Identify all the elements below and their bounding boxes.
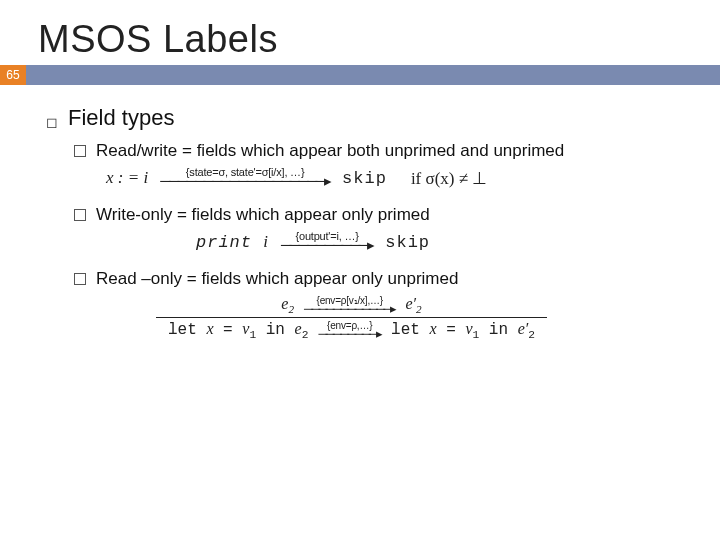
labeled-arrow-icon: {env=ρ[v₁/x],…} ────────────▸: [304, 296, 396, 315]
formula1-condition: if σ(x) ≠ ⊥: [411, 168, 487, 189]
formula2-lhs: print i: [196, 232, 269, 252]
arrow-line-icon: ────────▸: [318, 327, 381, 340]
divider-bar: 65: [0, 65, 720, 85]
slide-body: ◻ Field types Read/write = fields which …: [0, 85, 720, 341]
arrow-line-icon: ────────────▸: [304, 302, 396, 315]
bullet-level2: Read/write = fields which appear both un…: [74, 141, 684, 161]
labeled-arrow-icon: {output'=i, …} ──────────▸: [281, 231, 373, 253]
bullet-level2: Write-only = fields which appear only pr…: [74, 205, 684, 225]
rule-premise: e2 {env=ρ[v₁/x],…} ────────────▸ e′2: [269, 295, 433, 317]
title-region: MSOS Labels: [0, 0, 720, 65]
rule-top-lhs: e2: [281, 295, 294, 315]
page-number-badge: 65: [0, 65, 26, 85]
sub2-text: Write-only = fields which appear only pr…: [96, 205, 430, 225]
slide: MSOS Labels 65 ◻ Field types Read/write …: [0, 0, 720, 540]
bullet-square-icon: ◻: [46, 115, 58, 129]
bullet-hollow-square-icon: [74, 273, 86, 285]
sub1-text: Read/write = fields which appear both un…: [96, 141, 564, 161]
bullet-level1: ◻ Field types: [46, 105, 684, 131]
formula-readonly-rule: e2 {env=ρ[v₁/x],…} ────────────▸ e′2 let…: [156, 295, 684, 341]
rule-conclusion: let x = v1 in e2 {env=ρ,…} ────────▸ let…: [156, 318, 547, 341]
rule-bot-lhs: let x = v1 in e2: [168, 320, 308, 341]
labeled-arrow-icon: {state=σ, state'=σ[i/x], …} ────────────…: [160, 167, 330, 189]
bullet1-text: Field types: [68, 105, 174, 131]
inference-rule: e2 {env=ρ[v₁/x],…} ────────────▸ e′2 let…: [156, 295, 547, 341]
arrow-line-icon: ───────────────────▸: [160, 174, 330, 189]
formula2-rhs: skip: [385, 233, 430, 252]
formula-writeonly: print i {output'=i, …} ──────────▸ skip: [196, 231, 684, 253]
slide-title: MSOS Labels: [38, 18, 720, 61]
bullet-hollow-square-icon: [74, 209, 86, 221]
rule-top-rhs: e′2: [406, 295, 422, 315]
rule-bot-rhs: let x = v1 in e′2: [391, 320, 535, 341]
formula1-lhs: x : = i: [106, 168, 148, 188]
formula1-rhs: skip: [342, 169, 387, 188]
bullet-level2: Read –only = fields which appear only un…: [74, 269, 684, 289]
labeled-arrow-icon: {env=ρ,…} ────────▸: [318, 321, 381, 340]
divider-fill: [26, 65, 720, 85]
formula-readwrite: x : = i {state=σ, state'=σ[i/x], …} ────…: [106, 167, 684, 189]
arrow-line-icon: ──────────▸: [281, 238, 373, 253]
bullet-hollow-square-icon: [74, 145, 86, 157]
sub3-text: Read –only = fields which appear only un…: [96, 269, 458, 289]
